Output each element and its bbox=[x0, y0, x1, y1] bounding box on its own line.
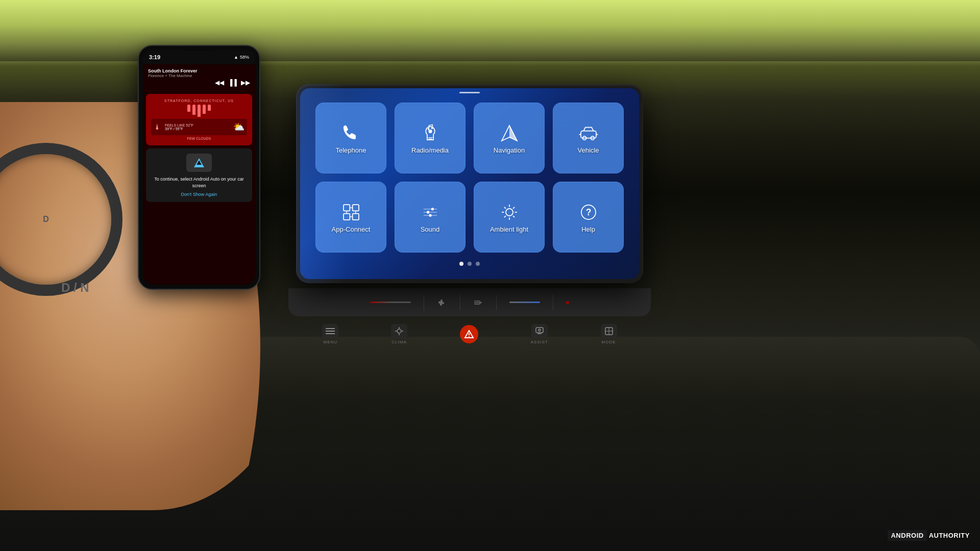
android-auto-text: To continue, select Android Auto on your… bbox=[151, 176, 247, 189]
radio-media-button[interactable]: Radio/media bbox=[395, 103, 465, 173]
help-button[interactable]: ? Help bbox=[553, 182, 624, 253]
battery-icon: ▲ bbox=[234, 55, 238, 60]
weather-feels-like: FEELS LIKE 52°F bbox=[165, 123, 193, 127]
app-connect-label: App-Connect bbox=[332, 226, 371, 233]
clima-icon bbox=[391, 324, 407, 338]
weather-location: STRATFORD, CONNECTICUT, US bbox=[151, 99, 247, 103]
weather-temps: 39°F / 55°F bbox=[165, 127, 193, 131]
menu-icon bbox=[322, 324, 338, 338]
svg-point-1 bbox=[427, 128, 429, 130]
phone-music-player: South London Forever Florence + The Mach… bbox=[143, 64, 255, 91]
navigation-button[interactable]: Navigation bbox=[474, 103, 545, 173]
divider-4 bbox=[553, 295, 553, 310]
phone-notch bbox=[181, 46, 217, 51]
ambient-light-button[interactable]: Ambient light bbox=[474, 182, 545, 253]
phone-screen: 3:19 ▲ 58% South London Forever Florence… bbox=[143, 50, 255, 285]
airflow-icon bbox=[473, 297, 483, 308]
mode-hard-button[interactable]: MODE bbox=[601, 324, 617, 344]
weather-temp-row: 🌡 FEELS LIKE 52°F 39°F / 55°F ⛅ bbox=[151, 119, 247, 135]
dot-1[interactable] bbox=[459, 262, 463, 266]
svg-point-44 bbox=[538, 329, 541, 331]
fan-icon bbox=[437, 297, 447, 308]
hazard-button[interactable] bbox=[460, 325, 478, 343]
watermark: ANDROID AUTHORITY bbox=[888, 530, 970, 541]
sound-label: Sound bbox=[421, 226, 440, 233]
help-label: Help bbox=[581, 226, 595, 233]
sound-button[interactable]: Sound bbox=[395, 182, 465, 253]
audio-slider[interactable] bbox=[509, 302, 540, 303]
weather-bar-5 bbox=[208, 105, 211, 111]
svg-rect-43 bbox=[536, 328, 543, 333]
svg-line-28 bbox=[504, 216, 505, 217]
vehicle-button[interactable]: Vehicle bbox=[553, 103, 624, 173]
car-hard-buttons-row: MENU CLIMA ASSIST bbox=[296, 319, 643, 349]
battery-percent: 58% bbox=[240, 55, 249, 60]
indicator-dot bbox=[566, 301, 569, 304]
weather-chart bbox=[151, 105, 247, 117]
vehicle-icon bbox=[577, 122, 600, 144]
car-infotainment-screen: Telephone Radio/media bbox=[300, 88, 639, 279]
prev-button[interactable]: ◀◀ bbox=[215, 79, 224, 86]
car-climate-controls bbox=[288, 288, 651, 316]
mode-icon bbox=[601, 324, 617, 338]
watermark-android: ANDROID bbox=[888, 530, 926, 541]
phone-status-bar: 3:19 ▲ 58% bbox=[143, 50, 255, 64]
svg-text:?: ? bbox=[585, 207, 591, 217]
android-auto-prompt: To continue, select Android Auto on your… bbox=[146, 148, 252, 202]
thermometer-icon: 🌡 bbox=[154, 123, 161, 131]
temperature-left-slider[interactable] bbox=[370, 302, 411, 303]
weather-bar-3 bbox=[198, 105, 201, 117]
cloud-icon: ⛅ bbox=[233, 121, 244, 133]
telephone-label: Telephone bbox=[336, 146, 366, 154]
navigation-label: Navigation bbox=[494, 146, 525, 154]
telephone-icon bbox=[340, 122, 362, 144]
navigation-icon bbox=[498, 122, 521, 144]
weather-bar-1 bbox=[187, 105, 190, 112]
help-icon: ? bbox=[577, 201, 600, 223]
dot-3[interactable] bbox=[476, 262, 480, 266]
music-title: South London Forever bbox=[148, 68, 250, 73]
app-connect-icon bbox=[340, 201, 362, 223]
radio-icon bbox=[419, 122, 442, 144]
gear-indicator: D / N bbox=[61, 281, 89, 295]
weather-description: FEW CLOUDS bbox=[151, 137, 247, 140]
svg-point-42 bbox=[469, 336, 470, 337]
svg-line-26 bbox=[513, 216, 514, 217]
assist-hard-button[interactable]: ASSIST bbox=[530, 324, 548, 344]
svg-point-17 bbox=[426, 211, 429, 213]
radio-media-label: Radio/media bbox=[411, 146, 449, 154]
car-screen-bezel: Telephone Radio/media bbox=[296, 84, 643, 283]
phone-device: 3:19 ▲ 58% South London Forever Florence… bbox=[138, 45, 260, 290]
divider-3 bbox=[496, 295, 497, 310]
clima-hard-button[interactable]: CLIMA bbox=[391, 324, 407, 344]
dont-show-again-link[interactable]: Don't Show Again bbox=[151, 192, 247, 197]
vehicle-label: Vehicle bbox=[578, 146, 599, 154]
pause-button[interactable]: ▐▐ bbox=[228, 79, 237, 86]
menu-label: MENU bbox=[324, 340, 338, 344]
svg-rect-6 bbox=[344, 205, 350, 211]
telephone-button[interactable]: Telephone bbox=[315, 103, 386, 173]
svg-point-18 bbox=[431, 208, 433, 210]
watermark-authority: AUTHORITY bbox=[929, 532, 970, 539]
app-grid: Telephone Radio/media bbox=[300, 92, 639, 258]
assist-icon bbox=[531, 324, 548, 338]
ambient-light-label: Ambient light bbox=[490, 226, 528, 233]
screen-swipe-indicator bbox=[459, 92, 480, 93]
clima-label: CLIMA bbox=[391, 340, 406, 344]
next-button[interactable]: ▶▶ bbox=[241, 79, 250, 86]
sound-icon bbox=[419, 201, 442, 223]
svg-point-0 bbox=[428, 130, 432, 133]
music-artist: Florence + The Machine bbox=[148, 73, 250, 78]
svg-point-2 bbox=[431, 128, 433, 130]
weather-bar-2 bbox=[192, 105, 195, 115]
menu-hard-button[interactable]: MENU bbox=[322, 324, 338, 344]
svg-line-27 bbox=[513, 207, 514, 209]
app-connect-button[interactable]: App-Connect bbox=[315, 182, 386, 253]
assist-label: ASSIST bbox=[530, 340, 548, 344]
ambient-light-icon bbox=[498, 201, 521, 223]
dot-2[interactable] bbox=[468, 262, 472, 266]
phone-status-icons: ▲ 58% bbox=[234, 55, 249, 60]
pagination-dots bbox=[300, 258, 639, 270]
svg-rect-9 bbox=[352, 214, 358, 220]
weather-widget: STRATFORD, CONNECTICUT, US 🌡 FEELS LIKE … bbox=[146, 94, 252, 145]
